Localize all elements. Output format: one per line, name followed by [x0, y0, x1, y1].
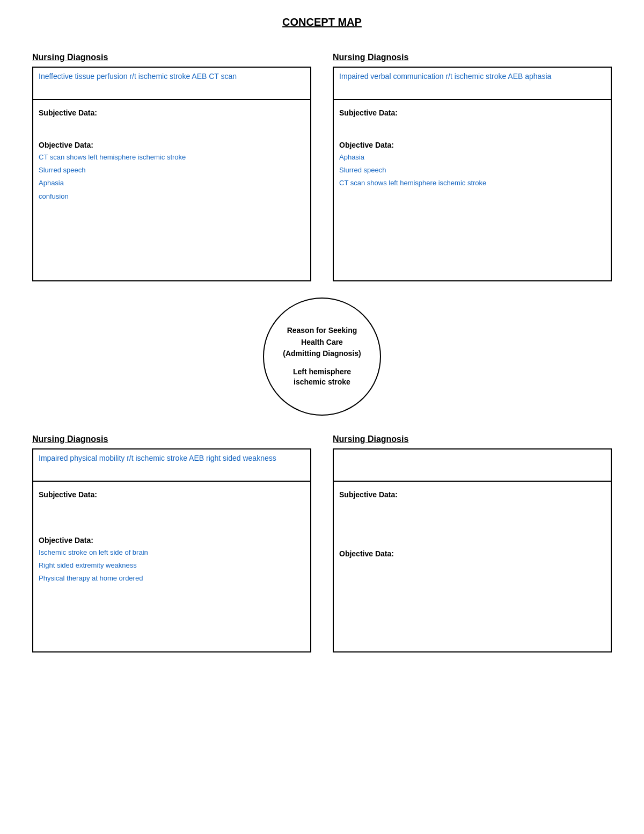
top-right-content: Subjective Data: Objective Data: Aphasia… [334, 100, 611, 280]
list-item: confusion [39, 192, 305, 201]
list-item: Aphasia [339, 153, 605, 162]
top-left-content: Subjective Data: Objective Data: CT scan… [33, 100, 310, 280]
circle-line3: (Admitting Diagnosis) [283, 349, 361, 359]
bottom-left-content: Subjective Data: Objective Data: Ischemi… [33, 482, 310, 651]
bottom-right-diagnosis-box: Subjective Data: Objective Data: [333, 448, 612, 652]
top-right-diagnosis-title: Impaired verbal communication r/t ischem… [334, 68, 611, 100]
top-right-diagnosis-label: Nursing Diagnosis [333, 53, 612, 62]
list-item: Slurred speech [339, 165, 605, 175]
bottom-left-diagnosis-title: Impaired physical mobility r/t ischemic … [33, 449, 310, 482]
top-left-diagnosis-label: Nursing Diagnosis [32, 53, 311, 62]
circle-line2: Health Care [301, 337, 343, 348]
concept-map-page: CONCEPT MAP Nursing Diagnosis Ineffectiv… [0, 0, 644, 834]
top-left-diagnosis-title: Ineffective tissue perfusion r/t ischemi… [33, 68, 310, 100]
top-left-objective-label: Objective Data: [39, 141, 305, 149]
quadrant-bottom-left: Nursing Diagnosis Impaired physical mobi… [21, 426, 322, 658]
circle-line4: Left hemisphere ischemic stroke [293, 367, 351, 388]
bottom-left-diagnosis-label: Nursing Diagnosis [32, 434, 311, 444]
top-left-subjective-label: Subjective Data: [39, 108, 305, 117]
bottom-left-subjective-label: Subjective Data: [39, 490, 305, 499]
list-item: Ischemic stroke on left side of brain [39, 548, 305, 557]
list-item: CT scan shows left hemisphere ischemic s… [39, 153, 305, 162]
quadrant-bottom-right: Nursing Diagnosis Subjective Data: Objec… [322, 426, 623, 658]
bottom-right-diagnosis-title [334, 449, 611, 482]
page-title: CONCEPT MAP [21, 16, 623, 28]
bottom-right-diagnosis-label: Nursing Diagnosis [333, 434, 612, 444]
bottom-right-content: Subjective Data: Objective Data: [334, 482, 611, 651]
bottom-right-objective-label: Objective Data: [339, 549, 605, 558]
list-item: Right sided extremity weakness [39, 561, 305, 570]
quadrant-top-left: Nursing Diagnosis Ineffective tissue per… [21, 45, 322, 287]
list-item: Slurred speech [39, 165, 305, 175]
quadrant-top-right: Nursing Diagnosis Impaired verbal commun… [322, 45, 623, 287]
top-left-diagnosis-box: Ineffective tissue perfusion r/t ischemi… [32, 67, 311, 281]
bottom-left-objective-label: Objective Data: [39, 536, 305, 545]
center-circle: Reason for Seeking Health Care (Admittin… [263, 298, 381, 416]
bottom-section: Nursing Diagnosis Impaired physical mobi… [21, 426, 623, 658]
top-right-diagnosis-box: Impaired verbal communication r/t ischem… [333, 67, 612, 281]
top-right-objective-label: Objective Data: [339, 141, 605, 149]
circle-line1: Reason for Seeking [287, 325, 357, 336]
top-right-subjective-label: Subjective Data: [339, 108, 605, 117]
bottom-left-diagnosis-box: Impaired physical mobility r/t ischemic … [32, 448, 311, 652]
top-section: Nursing Diagnosis Ineffective tissue per… [21, 45, 623, 287]
center-area: Reason for Seeking Health Care (Admittin… [21, 287, 623, 426]
list-item: Aphasia [39, 178, 305, 188]
concept-map-layout: Nursing Diagnosis Ineffective tissue per… [21, 45, 623, 658]
list-item: Physical therapy at home ordered [39, 574, 305, 583]
list-item: CT scan shows left hemisphere ischemic s… [339, 178, 605, 188]
bottom-right-subjective-label: Subjective Data: [339, 490, 605, 499]
